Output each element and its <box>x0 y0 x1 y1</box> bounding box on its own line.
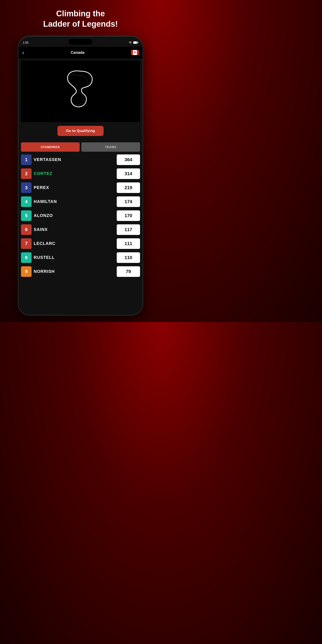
battery-icon <box>133 41 138 44</box>
track-section: Go to Qualifying <box>18 58 142 140</box>
table-row: 9 NORRISH 79 <box>21 265 140 278</box>
tab-standings[interactable]: STANDINGS <box>21 142 80 152</box>
canada-flag <box>131 50 139 55</box>
svg-rect-1 <box>134 42 137 44</box>
driver-name: CORTEZ <box>34 171 114 176</box>
position-badge: 8 <box>21 252 32 263</box>
driver-name: NORRISH <box>34 269 114 274</box>
status-icons <box>128 41 138 44</box>
wifi-icon <box>128 41 132 44</box>
driver-name: PEREX <box>34 185 114 190</box>
table-row: 2 CORTEZ 314 <box>21 167 140 180</box>
points-badge: 314 <box>117 168 140 179</box>
points-badge: 110 <box>117 252 140 263</box>
table-row: 7 LECLARC 111 <box>21 237 140 250</box>
driver-name: VERTASSEN <box>34 157 114 162</box>
points-badge: 170 <box>117 210 140 221</box>
back-button[interactable]: ‹ <box>22 49 24 56</box>
track-outline <box>57 67 104 116</box>
table-row: 3 PEREX 219 <box>21 181 140 194</box>
table-row: 1 VERTASSEN 364 <box>21 153 140 166</box>
tab-teams[interactable]: TEAMS <box>81 142 140 152</box>
svg-rect-2 <box>138 42 138 43</box>
position-badge: 6 <box>21 224 32 235</box>
position-badge: 1 <box>21 154 32 165</box>
driver-name: LECLARC <box>34 241 114 246</box>
driver-name: HAMILTAN <box>34 199 114 204</box>
driver-name: ALONZO <box>34 213 114 218</box>
points-badge: 364 <box>117 154 140 165</box>
points-badge: 174 <box>117 196 140 207</box>
points-badge: 219 <box>117 182 140 193</box>
qualifying-button[interactable]: Go to Qualifying <box>58 126 104 136</box>
points-badge: 79 <box>117 266 140 277</box>
status-time: 1:05 <box>23 41 28 44</box>
table-row: 6 SAINX 117 <box>21 223 140 236</box>
svg-rect-4 <box>131 50 133 55</box>
volume-button <box>142 96 143 108</box>
standings-list: 1 VERTASSEN 364 2 CORTEZ 314 3 PEREX 219… <box>18 152 142 280</box>
position-badge: 7 <box>21 238 32 249</box>
position-badge: 3 <box>21 182 32 193</box>
table-row: 4 HAMILTAN 174 <box>21 195 140 208</box>
table-row: 8 RUSTELL 110 <box>21 251 140 264</box>
position-badge: 5 <box>21 210 32 221</box>
points-badge: 111 <box>117 238 140 249</box>
svg-rect-7 <box>135 53 135 54</box>
svg-rect-5 <box>137 50 139 55</box>
dynamic-island <box>69 39 92 45</box>
page-title: Climbing the Ladder of Legends! <box>43 8 118 30</box>
phone-mockup: 1:05 ‹ Canada <box>18 36 143 316</box>
track-container <box>21 60 140 122</box>
points-badge: 117 <box>117 224 140 235</box>
driver-name: SAINX <box>34 227 114 232</box>
position-badge: 4 <box>21 196 32 207</box>
driver-name: RUSTELL <box>34 255 114 260</box>
nav-title: Canada <box>71 50 84 55</box>
position-badge: 2 <box>21 168 32 179</box>
nav-bar: ‹ Canada <box>18 47 142 58</box>
table-row: 5 ALONZO 170 <box>21 209 140 222</box>
position-badge: 9 <box>21 266 32 277</box>
tabs-container: STANDINGS TEAMS <box>18 142 142 152</box>
